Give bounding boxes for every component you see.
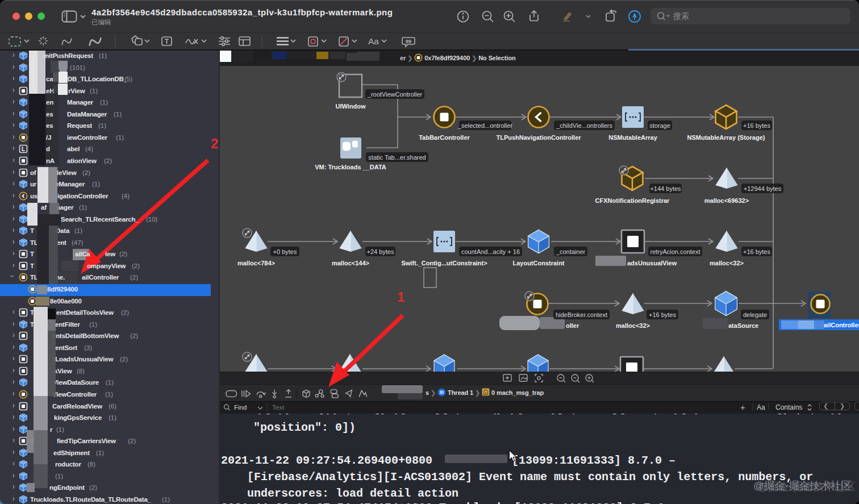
svg-text:malloc<69632>: malloc<69632> [704,197,749,204]
svg-text:malloc<784>: malloc<784> [237,260,275,266]
svg-text:NSMutableArray: NSMutableArray [608,134,657,141]
svg-text:hideBroker.context: hideBroker.context [556,311,607,318]
svg-text:retryAcion.context: retryAcion.context [650,248,700,255]
svg-text:+144 bytes: +144 bytes [650,185,681,192]
svg-text:+16 bytes: +16 bytes [743,122,771,129]
svg-text:storage: storage [649,122,670,129]
svg-text:_rootViewController: _rootViewController [367,91,423,98]
svg-text:_childVie...ontrollers: _childVie...ontrollers [556,122,612,129]
svg-text:TabBarController: TabBarController [419,134,470,141]
svg-text:NSMutableArray (Storage): NSMutableArray (Storage) [687,134,765,141]
svg-text:+12944 bytes: +12944 bytes [744,185,782,192]
svg-text:delegate: delegate [743,311,767,318]
svg-text:adsUnusualView: adsUnusualView [627,260,677,266]
svg-text:L: L [22,146,25,152]
svg-text:+16 bytes: +16 bytes [743,248,771,255]
svg-text:countAnd...acity + 16: countAnd...acity + 16 [461,248,520,255]
svg-text:static Tab...er.shared: static Tab...er.shared [368,154,426,161]
svg-text:oller: oller [566,322,579,329]
svg-text:_selected...ontroller: _selected...ontroller [457,122,512,129]
svg-text:malloc<32>: malloc<32> [710,260,744,266]
svg-text:VM: Truckloads __DATA: VM: Truckloads __DATA [315,164,386,170]
svg-text:malloc<144>: malloc<144> [332,260,369,266]
svg-text:ataSource: ataSource [728,322,758,329]
svg-text:ailController: ailController [824,322,859,328]
svg-text:_container: _container [556,248,586,255]
svg-text:+16 bytes: +16 bytes [649,311,677,318]
svg-text:99: 99 [406,39,411,44]
svg-text:UIWindow: UIWindow [335,103,365,110]
svg-text:+0 bytes: +0 bytes [273,248,297,255]
svg-text:Aa: Aa [368,36,379,46]
svg-text:CFXNotificationRegistrar: CFXNotificationRegistrar [595,197,670,204]
svg-text:malloc<32>: malloc<32> [616,322,650,329]
svg-text:Swift._Contig...utConstraint>: Swift._Contig...utConstraint> [401,260,487,266]
svg-text:LayoutConstraint: LayoutConstraint [512,260,564,266]
svg-text:TLPushNavigationController: TLPushNavigationController [496,134,581,141]
svg-text:+24 bytes: +24 bytes [366,248,394,255]
